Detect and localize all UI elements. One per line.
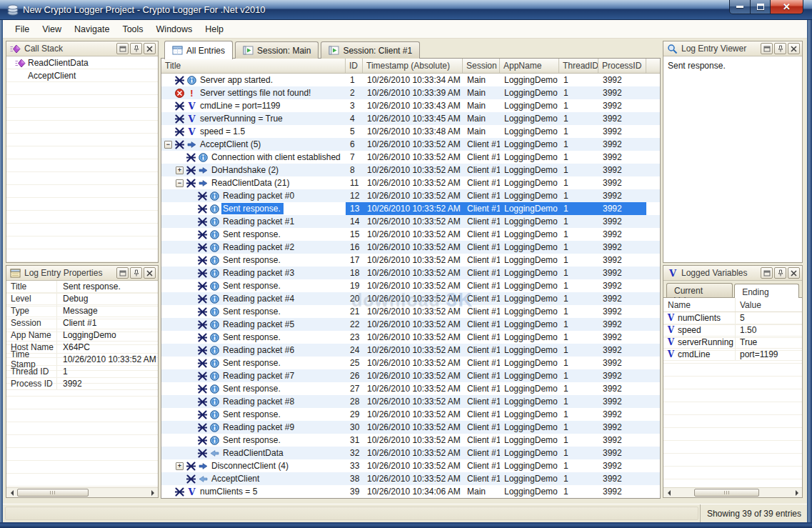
variables-value-column[interactable]: Value <box>735 298 802 312</box>
log-row[interactable]: !Server settings file not found!210/26/2… <box>161 86 660 99</box>
column-header-id[interactable]: ID <box>346 59 363 73</box>
log-entry-viewer-header[interactable]: Log Entry Viewer <box>663 41 802 56</box>
log-row[interactable]: Sent response.2510/26/2010 10:33:52 AMCl… <box>161 357 660 369</box>
properties-hscrollbar[interactable] <box>6 487 158 497</box>
log-row[interactable]: Reading packet #62410/26/2010 10:33:52 A… <box>161 344 660 357</box>
log-row[interactable]: Reading packet #82810/26/2010 10:33:52 A… <box>161 395 660 408</box>
log-row[interactable]: −ReadClientData (21)1110/26/2010 10:33:5… <box>161 176 660 189</box>
call-stack-item[interactable]: ReadClientData <box>6 56 158 69</box>
log-row[interactable]: Sent response.1910/26/2010 10:33:52 AMCl… <box>161 279 660 292</box>
column-header-processid[interactable]: ProcessID <box>598 59 646 73</box>
call-stack-pin-button[interactable] <box>130 43 142 54</box>
menu-file[interactable]: File <box>9 21 36 37</box>
variables-tab-ending-values[interactable]: Ending Values <box>734 284 799 298</box>
tab-session-client-1[interactable]: Session: Client #1 <box>321 41 420 59</box>
log-row[interactable]: Reading packet #21610/26/2010 10:33:52 A… <box>161 241 660 254</box>
log-row[interactable]: Reading packet #11410/26/2010 10:33:52 A… <box>161 215 660 228</box>
scroll-left-arrow[interactable] <box>6 488 17 498</box>
viewer-close-button[interactable] <box>788 43 800 54</box>
expand-icon[interactable]: + <box>176 462 184 470</box>
variable-row[interactable]: VnumClients5 <box>663 312 802 324</box>
variable-row[interactable]: VcmdLineport=1199 <box>663 349 802 361</box>
logged-variables-header[interactable]: V Logged Variables <box>663 266 802 281</box>
log-row[interactable]: ReadClientData3210/26/2010 10:33:52 AMCl… <box>161 447 660 459</box>
property-row[interactable]: LevelDebug <box>6 293 158 305</box>
variables-restore-button[interactable] <box>761 267 773 279</box>
column-header-appname[interactable]: AppName <box>500 59 559 73</box>
log-row[interactable]: Sent response.1310/26/2010 10:33:52 AMCl… <box>161 202 660 215</box>
menu-navigate[interactable]: Navigate <box>68 21 116 37</box>
variable-row[interactable]: Vspeed1.50 <box>663 324 802 337</box>
log-row[interactable]: Sent response.2110/26/2010 10:33:52 AMCl… <box>161 305 660 318</box>
scroll-thumb[interactable] <box>17 489 89 497</box>
variables-tab-current-values[interactable]: Current Values <box>666 283 733 297</box>
viewer-restore-button[interactable] <box>761 43 773 54</box>
scroll-left-arrow[interactable] <box>663 488 674 498</box>
column-header-session[interactable]: Session <box>463 59 500 73</box>
minimize-button[interactable] <box>729 0 751 14</box>
properties-close-button[interactable] <box>144 267 156 279</box>
log-row[interactable]: VnumClients = 53910/26/2010 10:34:06 AMM… <box>161 485 660 498</box>
log-row[interactable]: Server app started.110/26/2010 10:33:34 … <box>161 74 660 86</box>
log-row[interactable]: Connection with client established710/26… <box>161 151 660 164</box>
log-row[interactable]: Reading packet #52210/26/2010 10:33:52 A… <box>161 318 660 331</box>
property-row[interactable]: Process ID3992 <box>6 378 158 390</box>
collapse-icon[interactable]: − <box>176 179 184 187</box>
property-row[interactable]: TypeMessage <box>6 305 158 317</box>
menu-view[interactable]: View <box>36 21 68 37</box>
close-button[interactable]: ✕ <box>771 0 803 14</box>
log-row[interactable]: VcmdLine = port=1199310/26/2010 10:33:43… <box>161 99 660 112</box>
log-row[interactable]: Vspeed = 1.5510/26/2010 10:33:48 AMMainL… <box>161 125 660 138</box>
call-stack-header[interactable]: Call Stack <box>6 41 158 56</box>
properties-pin-button[interactable] <box>130 267 142 279</box>
variable-row[interactable]: VserverRunningTrue <box>663 337 802 349</box>
call-stack-item[interactable]: AcceptClient <box>6 69 158 82</box>
menu-tools[interactable]: Tools <box>116 21 149 37</box>
properties-restore-button[interactable] <box>116 267 129 279</box>
log-row[interactable]: +DisconnectClient (4)3310/26/2010 10:33:… <box>161 459 660 472</box>
variables-pin-button[interactable] <box>774 267 786 279</box>
property-row[interactable]: Thread ID1 <box>6 366 158 378</box>
log-row[interactable]: Sent response.2910/26/2010 10:33:52 AMCl… <box>161 408 660 421</box>
variables-close-button[interactable] <box>788 267 800 279</box>
property-row[interactable]: App NameLoggingDemo <box>6 329 158 342</box>
scroll-thumb[interactable] <box>694 489 759 497</box>
tab-session-main[interactable]: Session: Main <box>235 41 319 59</box>
column-header-timestamp-absolute-[interactable]: Timestamp (Absolute) <box>363 59 463 73</box>
log-row[interactable]: −AcceptClient (5)610/26/2010 10:33:52 AM… <box>161 138 660 151</box>
log-row[interactable]: AcceptClient3810/26/2010 10:33:52 AMClie… <box>161 472 660 485</box>
log-row[interactable]: Reading packet #01210/26/2010 10:33:52 A… <box>161 189 660 202</box>
menu-help[interactable]: Help <box>199 21 230 37</box>
variables-hscrollbar[interactable] <box>663 487 802 497</box>
scroll-right-arrow[interactable] <box>147 488 158 498</box>
property-row[interactable]: TitleSent response. <box>6 281 158 293</box>
log-row[interactable]: Sent response.3110/26/2010 10:33:52 AMCl… <box>161 434 660 447</box>
column-header-threadid[interactable]: ThreadID <box>559 59 598 73</box>
expand-icon[interactable]: + <box>176 166 184 174</box>
property-row[interactable]: SessionClient #1 <box>6 317 158 329</box>
log-row[interactable]: VserverRunning = True410/26/2010 10:33:4… <box>161 112 660 125</box>
log-row[interactable]: Sent response.1710/26/2010 10:33:52 AMCl… <box>161 254 660 267</box>
call-stack-close-button[interactable] <box>144 43 156 54</box>
log-row[interactable]: +DoHandshake (2)810/26/2010 10:33:52 AMC… <box>161 164 660 176</box>
log-row[interactable]: Sent response.2310/26/2010 10:33:52 AMCl… <box>161 331 660 344</box>
viewer-pin-button[interactable] <box>774 43 786 54</box>
tab-all-entries[interactable]: All Entries <box>164 41 233 59</box>
log-row[interactable]: Reading packet #93010/26/2010 10:33:52 A… <box>161 421 660 434</box>
call-stack-restore-button[interactable] <box>116 43 129 54</box>
log-row[interactable]: Reading packet #72610/26/2010 10:33:52 A… <box>161 369 660 382</box>
log-entry-properties-header[interactable]: Log Entry Properties <box>6 266 158 281</box>
scroll-right-arrow[interactable] <box>791 488 802 498</box>
maximize-button[interactable] <box>751 0 771 14</box>
log-row[interactable]: Sent response.1510/26/2010 10:33:52 AMCl… <box>161 228 660 241</box>
title-bar[interactable]: New Crypto Logger Project - Crypto Logge… <box>0 0 812 20</box>
menu-windows[interactable]: Windows <box>150 21 199 37</box>
column-header-title[interactable]: Title <box>161 59 346 73</box>
log-row[interactable]: Reading packet #31810/26/2010 10:33:52 A… <box>161 267 660 279</box>
property-row[interactable]: Time Stamp10/26/2010 10:33:52 AM <box>6 354 158 366</box>
log-row[interactable]: Reading packet #42010/26/2010 10:33:52 A… <box>161 292 660 305</box>
log-row[interactable]: Sent response.2710/26/2010 10:33:52 AMCl… <box>161 382 660 395</box>
log-row-appname: LoggingDemo <box>500 138 559 151</box>
collapse-icon[interactable]: − <box>164 141 172 149</box>
variables-name-column[interactable]: Name <box>663 300 735 310</box>
